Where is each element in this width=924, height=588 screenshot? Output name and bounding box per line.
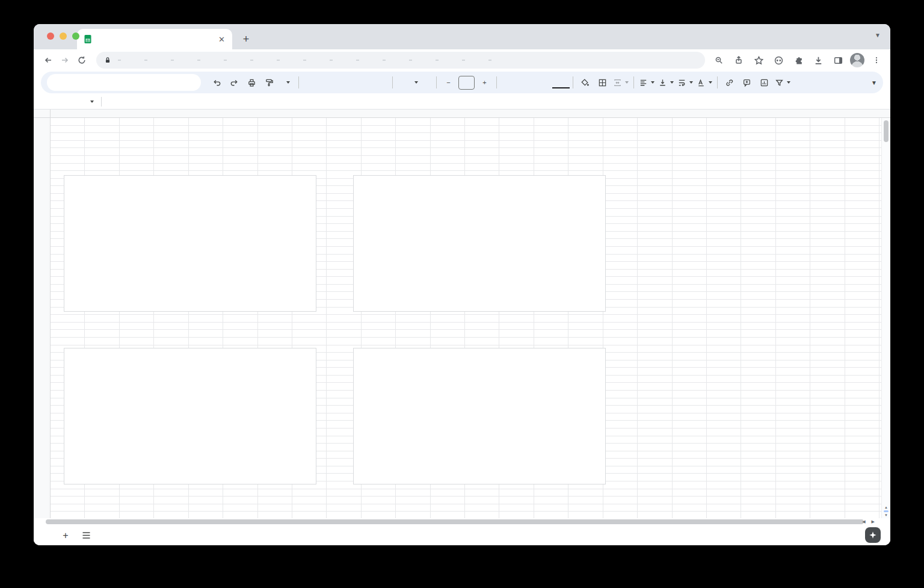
zoom-select[interactable]	[278, 75, 295, 90]
downloads-button[interactable]	[810, 52, 826, 68]
toolbar-overflow-chevron-icon[interactable]: ▼	[871, 79, 877, 86]
url-text-redacted	[118, 60, 503, 61]
tab-search-chevron-icon[interactable]: ▼	[875, 32, 881, 39]
minimize-window-button[interactable]	[60, 32, 67, 40]
paint-roller-icon	[265, 78, 274, 87]
chart-revenue-cogs-sga-net-income[interactable]	[64, 175, 316, 312]
bookmark-button[interactable]	[751, 52, 766, 68]
chart-cost-breakdown[interactable]	[64, 348, 316, 484]
horizontal-align-button[interactable]	[637, 75, 656, 90]
reload-icon	[77, 55, 87, 65]
redo-button[interactable]	[226, 75, 243, 90]
scroll-position-marker	[884, 510, 889, 512]
italic-button[interactable]	[517, 75, 535, 90]
chart-cash-burn-balance[interactable]	[353, 175, 606, 312]
comment-icon	[742, 78, 751, 87]
format-currency-button[interactable]	[302, 75, 319, 90]
tab-close-icon[interactable]: ✕	[217, 35, 226, 44]
horizontal-scrollbar-thumb[interactable]	[46, 519, 864, 524]
share-button[interactable]	[731, 52, 747, 68]
chevron-down-icon	[651, 81, 654, 84]
browser-tab[interactable]: ✕	[77, 29, 232, 49]
back-arrow-icon	[43, 55, 53, 65]
magnifier-minus-icon	[714, 55, 724, 65]
horizontal-scrollbar[interactable]: ◀ ▶	[34, 518, 890, 525]
add-sheet-button[interactable]: +	[58, 528, 73, 543]
download-icon	[813, 55, 824, 66]
insert-comment-button[interactable]	[738, 75, 756, 90]
insert-chart-button[interactable]	[756, 75, 773, 90]
strikethrough-button[interactable]	[535, 75, 552, 90]
new-tab-button[interactable]: +	[238, 31, 254, 47]
extensions-button[interactable]	[790, 52, 806, 68]
back-button[interactable]	[40, 52, 57, 69]
merge-cells-button[interactable]	[611, 75, 630, 90]
chevron-down-icon	[689, 81, 693, 84]
format-percent-button[interactable]	[319, 75, 337, 90]
undo-button[interactable]	[208, 75, 226, 90]
chevron-down-icon	[787, 81, 790, 84]
filter-icon	[775, 78, 784, 87]
print-icon	[247, 78, 256, 87]
increase-decimal-button[interactable]	[354, 75, 372, 90]
text-color-button[interactable]	[552, 76, 570, 88]
maximize-window-button[interactable]	[72, 32, 79, 40]
insert-link-button[interactable]	[721, 75, 738, 90]
sparkle-icon	[869, 531, 877, 539]
forward-arrow-icon	[60, 55, 70, 65]
circle-extension-icon	[774, 55, 784, 66]
chart-headcount-hr-expenses[interactable]	[353, 348, 606, 484]
vertical-scrollbar[interactable]: ▲ ▼	[881, 118, 890, 518]
decrease-font-size-button[interactable]: −	[440, 75, 457, 90]
zoom-out-page-button[interactable]	[711, 52, 727, 68]
close-window-button[interactable]	[47, 32, 54, 40]
more-formats-button[interactable]	[372, 75, 389, 90]
side-panel-button[interactable]	[830, 52, 846, 68]
borders-icon	[598, 78, 607, 87]
text-rotation-button[interactable]	[695, 75, 714, 90]
lock-icon	[103, 56, 112, 64]
chevron-down-icon	[414, 81, 418, 84]
hamburger-menu-icon	[82, 532, 90, 539]
extension-sparkle-button[interactable]	[865, 527, 881, 543]
reload-button[interactable]	[73, 52, 90, 69]
redo-icon	[230, 78, 239, 87]
profile-avatar[interactable]	[850, 53, 864, 67]
scroll-right-arrow-icon[interactable]: ▶	[872, 519, 875, 524]
extension-circle-button[interactable]	[771, 52, 786, 68]
name-box[interactable]	[34, 101, 99, 103]
paint-bucket-icon	[581, 78, 590, 87]
browser-action-icons	[711, 52, 884, 68]
text-wrap-button[interactable]	[676, 75, 695, 90]
forward-button[interactable]	[57, 52, 73, 69]
address-bar[interactable]	[96, 52, 705, 69]
font-size-input[interactable]	[458, 76, 475, 90]
all-sheets-button[interactable]	[78, 528, 94, 543]
scroll-down-arrow-icon[interactable]: ▼	[884, 513, 888, 517]
vertical-align-button[interactable]	[656, 75, 676, 90]
increase-font-size-button[interactable]: +	[476, 75, 493, 90]
borders-button[interactable]	[594, 75, 611, 90]
paint-format-button[interactable]	[260, 75, 278, 90]
puzzle-icon	[793, 55, 804, 66]
browser-menu-button[interactable]	[869, 52, 884, 68]
vertical-scrollbar-thumb[interactable]	[884, 120, 889, 142]
select-all-corner[interactable]	[34, 110, 51, 117]
share-icon	[734, 55, 744, 65]
undo-icon	[212, 78, 221, 87]
menu-search-input[interactable]	[47, 74, 201, 91]
scroll-up-arrow-icon[interactable]: ▲	[884, 506, 888, 509]
text-rotation-icon	[697, 78, 706, 87]
decrease-decimal-button[interactable]	[337, 75, 354, 90]
scroll-left-arrow-icon[interactable]: ◀	[862, 519, 865, 524]
font-select[interactable]	[396, 75, 433, 90]
google-sheets-icon	[83, 34, 93, 44]
print-button[interactable]	[243, 75, 260, 90]
fill-color-button[interactable]	[576, 75, 594, 90]
create-filter-button[interactable]	[773, 75, 792, 90]
sheet-canvas[interactable]	[51, 118, 890, 518]
functions-button[interactable]	[792, 75, 810, 90]
bold-button[interactable]	[500, 75, 517, 90]
spreadsheet-grid: ▲ ▼ ◀ ▶ +	[34, 110, 890, 545]
browser-tabstrip: ✕ + ▼	[34, 24, 890, 49]
